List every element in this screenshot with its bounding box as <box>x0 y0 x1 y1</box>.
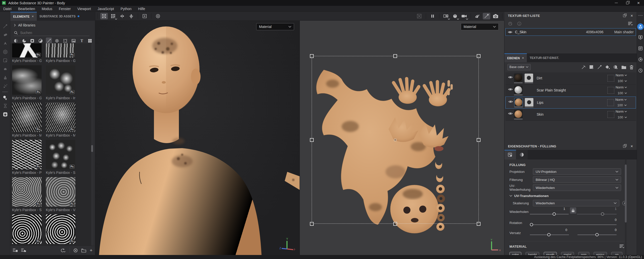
transform-manipulator-button[interactable] <box>100 13 108 19</box>
restore-button[interactable] <box>622 0 633 6</box>
asset-thumbnail[interactable]: Ps <box>12 214 42 244</box>
share-button[interactable] <box>637 23 644 30</box>
asset-item[interactable]: Ps <box>46 214 75 244</box>
scale-mode-dropdown[interactable]: Wiederholen <box>533 200 619 206</box>
log-panel-icon[interactable] <box>638 46 643 51</box>
opacity-dropdown[interactable]: 100 <box>618 115 627 119</box>
asset-thumbnail[interactable]: Ps <box>46 43 75 57</box>
layer-row-skin[interactable]: Skin Norm 100 <box>505 109 636 121</box>
layer-thumbnail[interactable] <box>514 86 523 94</box>
add-smart-material-icon[interactable] <box>581 65 586 70</box>
tab-ebenen[interactable]: EBENEN ✕ <box>504 53 527 62</box>
layer-row-lips[interactable]: Lips Norm 100 <box>505 96 636 109</box>
asset-thumbnail[interactable]: Ps <box>46 140 75 169</box>
asset-item[interactable]: Ps <box>12 214 42 244</box>
viewport-layout-dropdown[interactable] <box>442 13 450 19</box>
rotation-value[interactable]: 0 <box>615 218 617 222</box>
add-effect-icon[interactable] <box>589 65 594 70</box>
selection-center-handle[interactable] <box>394 139 396 141</box>
particle-tool[interactable] <box>2 83 8 89</box>
mirror-vertical-button[interactable] <box>127 13 135 19</box>
tiling-mode-dropdown[interactable] <box>109 13 117 19</box>
asset-thumbnail[interactable]: Ps <box>46 177 75 207</box>
selection-handle[interactable] <box>477 54 480 58</box>
info-icon[interactable] <box>517 21 522 26</box>
uv-wrap-dropdown[interactable]: Wiederholen <box>533 184 621 191</box>
asset-item[interactable]: Ps Kyle's Paintbox - Imp... <box>46 65 75 103</box>
asset-thumbnail[interactable]: Ps <box>46 214 75 244</box>
paint-brush-tool[interactable] <box>2 23 8 29</box>
viewport-2d[interactable]: Material v u <box>300 21 504 255</box>
tab-close-icon[interactable]: ✕ <box>522 56 524 60</box>
clone-tool[interactable] <box>2 66 8 72</box>
projection-dropdown[interactable]: UV-Projektion <box>533 168 621 175</box>
shell-display-button[interactable] <box>474 13 481 19</box>
minimize-button[interactable] <box>611 0 622 6</box>
list-options-icon[interactable] <box>628 22 633 26</box>
asset-thumbnail[interactable]: Ps <box>12 103 42 132</box>
asset-item[interactable]: Ps Kyle's Paintbox - Mo... <box>46 103 75 140</box>
asset-thumbnail[interactable]: Ps <box>12 177 42 207</box>
material-picker-tool[interactable] <box>2 94 8 101</box>
asset-item[interactable]: Ps Kyle's Paintbox - Van... <box>46 177 75 214</box>
tab-textur-set-einst[interactable]: TEXTUR-SET-EINST. <box>527 53 562 62</box>
smudge-tool[interactable] <box>2 57 8 63</box>
menu-python[interactable]: Python <box>117 6 135 12</box>
layer-row-scar[interactable]: Scar Plain Straight Norm 100 <box>505 84 636 96</box>
asset-item[interactable]: Ps Kyle's Paintbox - Mo... <box>12 103 42 140</box>
filtering-dropdown[interactable]: Bilinear | HQ <box>533 176 621 183</box>
layer-thumbnail[interactable] <box>514 110 523 118</box>
selection-handle[interactable] <box>310 54 314 58</box>
snap-frame-button[interactable] <box>141 13 148 19</box>
asset-thumbnail[interactable]: Ps <box>12 65 42 95</box>
offset-y-slider[interactable] <box>577 233 617 237</box>
blend-mode-dropdown[interactable]: Norm <box>616 73 627 77</box>
layer-reference-slot[interactable] <box>607 111 614 118</box>
opacity-dropdown[interactable]: 100 <box>618 79 627 83</box>
uv-transform-section[interactable]: UV-Transformationen <box>509 194 627 198</box>
refresh-icon[interactable] <box>60 248 66 253</box>
asset-item[interactable]: Ps Kyle's Paintbox - Sig... <box>12 177 42 214</box>
float-panel-icon[interactable] <box>623 14 626 17</box>
add-folder-icon[interactable] <box>621 65 626 69</box>
display-settings-icon[interactable] <box>638 35 643 40</box>
dock-handle[interactable] <box>638 15 643 16</box>
menu-bearbeiten[interactable]: Bearbeiten <box>15 6 39 12</box>
opacity-dropdown[interactable]: 100 <box>617 103 627 107</box>
add-fill-layer-icon[interactable] <box>605 65 610 70</box>
layer-thumbnail[interactable] <box>514 74 523 82</box>
blend-mode-dropdown[interactable]: Norm <box>616 110 627 113</box>
asset-thumbnail[interactable]: Ps <box>12 43 42 57</box>
export-list-icon[interactable] <box>13 248 18 252</box>
reset-transform-button[interactable] <box>154 13 162 19</box>
polygon-fill-tool[interactable] <box>2 49 8 55</box>
tab-material-preview[interactable] <box>516 150 528 159</box>
search-input[interactable] <box>20 31 81 35</box>
list-options-icon[interactable] <box>620 244 625 248</box>
properties-scrollbar[interactable] <box>625 159 627 255</box>
close-panel-icon[interactable]: ✕ <box>630 144 633 148</box>
screenshot-button[interactable] <box>492 13 499 19</box>
menu-viewport[interactable]: Viewport <box>74 6 94 12</box>
add-smart-mask-icon[interactable] <box>613 65 618 70</box>
clear-filter-icon[interactable] <box>73 248 78 253</box>
3d-view-dropdown[interactable] <box>451 13 459 19</box>
tab-elemente[interactable]: ELEMENTE ✕ <box>10 12 37 21</box>
asset-item[interactable]: Ps Kyle's Paintbox - Go... <box>46 43 75 65</box>
asset-item[interactable]: Ps Kyle's Paintbox - Seu... <box>46 140 75 177</box>
layer-mask-thumbnail[interactable] <box>525 74 533 82</box>
layer-reference-slot[interactable] <box>607 99 614 106</box>
layer-thumbnail[interactable] <box>514 98 523 107</box>
layer-reference-slot[interactable] <box>607 75 614 82</box>
eye-icon[interactable] <box>508 88 513 91</box>
selection-handle[interactable] <box>477 138 480 142</box>
viewer-settings-icon[interactable] <box>638 57 643 62</box>
add-asset-icon[interactable]: + <box>90 248 92 253</box>
hide-selection-button[interactable] <box>415 13 423 19</box>
blend-mode-dropdown[interactable]: Norm <box>615 98 627 102</box>
repeat-y-value[interactable]: 1 <box>615 207 617 211</box>
close-button[interactable]: ✕ <box>633 0 644 6</box>
history-icon[interactable] <box>638 68 643 73</box>
selection-handle[interactable] <box>393 222 397 226</box>
layer-reference-slot[interactable] <box>607 87 614 94</box>
